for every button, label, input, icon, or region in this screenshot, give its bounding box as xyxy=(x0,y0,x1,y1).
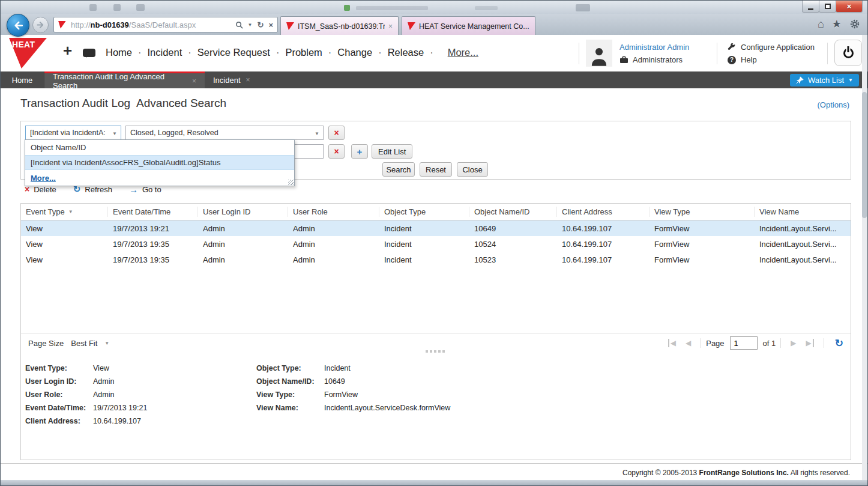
browser-forward-button[interactable] xyxy=(32,17,49,33)
briefcase-icon xyxy=(619,56,628,64)
column-header-client-address[interactable]: Client Address xyxy=(557,207,649,217)
page-size-select[interactable]: Best Fit xyxy=(71,339,97,348)
column-header-object-name-id[interactable]: Object Name/ID xyxy=(469,207,557,217)
cell-client-address: 10.64.199.107 xyxy=(557,224,649,233)
tab-close-icon[interactable]: × xyxy=(388,22,393,31)
configure-application-link[interactable]: Configure Application xyxy=(728,43,815,52)
logout-button[interactable] xyxy=(834,40,862,66)
column-header-event-type[interactable]: Event Type▼ xyxy=(21,207,108,217)
criteria-value-select[interactable]: Closed, Logged, Resolved ▼ xyxy=(125,126,324,140)
table-row[interactable]: View 19/7/2013 19:35 Admin Admin Inciden… xyxy=(21,236,851,252)
page-count-label: of 1 xyxy=(763,339,776,348)
table-row[interactable]: View 19/7/2013 19:35 Admin Admin Inciden… xyxy=(21,252,851,267)
company-name: FrontRange Solutions Inc. xyxy=(699,469,789,477)
refresh-page-icon[interactable]: ↻ xyxy=(258,20,264,29)
options-link[interactable]: (Options) xyxy=(818,100,849,109)
stop-page-icon[interactable]: × xyxy=(268,20,273,29)
user-avatar[interactable] xyxy=(586,40,612,67)
detail-label: User Login ID: xyxy=(25,377,93,386)
browser-tabs: ITSM_SaaS-nb-d01639:Tran... × HEAT Servi… xyxy=(280,16,535,35)
workspace-tab-bar: Home Transaction Audit Log Advanced Sear… xyxy=(1,71,867,88)
column-header-user-login-id[interactable]: User Login ID xyxy=(198,207,288,217)
previous-page-icon[interactable]: ◀ xyxy=(686,339,691,347)
tab-close-icon[interactable]: × xyxy=(246,76,250,84)
table-row[interactable]: View 19/7/2013 19:21 Admin Admin Inciden… xyxy=(21,220,851,236)
nav-item-more[interactable]: More... xyxy=(448,47,478,58)
pager-controls: ◀ ◀ Page of 1 ▶ ▶ ↻ xyxy=(663,336,843,350)
browser-tab-itsm[interactable]: ITSM_SaaS-nb-d01639:Tran... × xyxy=(280,16,399,35)
chat-bubble-icon[interactable] xyxy=(83,49,95,57)
home-icon[interactable]: ⌂ xyxy=(818,18,824,31)
dropdown-resize-grip[interactable] xyxy=(288,180,294,185)
taskbar-ghost-icon xyxy=(89,4,97,11)
nav-item-release[interactable]: Release xyxy=(388,47,424,58)
first-page-icon[interactable]: ◀ xyxy=(668,339,676,347)
refresh-grid-icon[interactable]: ↻ xyxy=(835,337,843,350)
close-button[interactable]: Close xyxy=(457,162,488,177)
column-header-user-role[interactable]: User Role xyxy=(288,207,379,217)
url-text[interactable]: http://nb-d01639/SaaS/Default.aspx xyxy=(71,20,235,29)
search-button[interactable]: Search xyxy=(382,162,415,177)
add-criteria-button[interactable]: + xyxy=(351,144,368,159)
workspace-tab-incident[interactable]: Incident × xyxy=(205,71,259,88)
user-name-link[interactable]: Administrator Admin xyxy=(619,43,689,52)
header-divider xyxy=(717,43,717,64)
criteria-field-select[interactable]: [Incident via IncidentA: ▼ xyxy=(25,126,121,140)
window-close-button[interactable]: × xyxy=(836,1,863,13)
taskbar-ghost-text xyxy=(356,6,428,10)
chevron-down-icon: ▼ xyxy=(112,131,117,136)
detail-label: Client Address: xyxy=(25,417,93,425)
nav-item-service-request[interactable]: Service Request xyxy=(197,47,270,58)
column-header-view-type[interactable]: View Type xyxy=(649,207,755,217)
nav-item-incident[interactable]: Incident xyxy=(148,47,182,58)
cell-client-address: 10.64.199.107 xyxy=(557,255,649,264)
cell-user-login-id: Admin xyxy=(198,255,288,264)
settings-gear-icon[interactable] xyxy=(849,19,860,29)
tab-close-icon[interactable]: × xyxy=(192,77,196,85)
window-minimize-button[interactable] xyxy=(802,1,819,13)
new-record-plus-icon[interactable]: + xyxy=(63,41,72,60)
page-number-input[interactable] xyxy=(730,336,758,350)
pager-divider xyxy=(701,338,701,348)
column-header-object-type[interactable]: Object Type xyxy=(379,207,469,217)
address-bar[interactable]: http://nb-d01639/SaaS/Default.aspx ▼ ↻ × xyxy=(53,17,278,32)
browser-back-button[interactable] xyxy=(7,14,29,37)
last-page-icon[interactable]: ▶ xyxy=(806,339,814,347)
edit-list-button[interactable]: Edit List xyxy=(372,144,412,159)
cell-object-type: Incident xyxy=(379,255,469,264)
vertical-scrollbar[interactable] xyxy=(862,35,867,480)
remove-criteria-button[interactable]: × xyxy=(328,144,345,159)
workspace-tab-transaction-audit-log[interactable]: Transaction Audit Log Advanced Search × xyxy=(44,71,205,88)
cell-user-role: Admin xyxy=(288,224,379,233)
taskbar-ghost-icon xyxy=(344,5,350,11)
help-link[interactable]: ? Help xyxy=(728,55,757,64)
chevron-down-icon[interactable]: ▼ xyxy=(104,341,109,346)
dropdown-more-link[interactable]: More... xyxy=(25,170,294,186)
column-header-view-name[interactable]: View Name xyxy=(755,207,851,217)
nav-item-home[interactable]: Home xyxy=(106,47,132,58)
column-header-event-date-time[interactable]: Event Date/Time xyxy=(108,207,198,217)
cell-view-type: FormView xyxy=(649,240,755,249)
nav-item-problem[interactable]: Problem xyxy=(285,47,322,58)
nav-separator-dot: · xyxy=(138,47,142,58)
cell-event-date-time: 19/7/2013 19:35 xyxy=(108,255,198,264)
dropdown-option-object-name-id[interactable]: Object Name/ID xyxy=(25,140,294,155)
remove-criteria-button[interactable]: × xyxy=(328,126,345,140)
reset-button[interactable]: Reset xyxy=(420,162,452,177)
user-role: Administrators xyxy=(619,55,683,64)
detail-value: 10649 xyxy=(324,377,345,386)
workspace-tab-home[interactable]: Home xyxy=(1,71,44,88)
browser-tab-heat[interactable]: HEAT Service Management Co... xyxy=(402,16,535,35)
dropdown-option-incident-status[interactable]: [Incident via IncidentAssocFRS_GlobalAud… xyxy=(25,155,294,170)
nav-item-change[interactable]: Change xyxy=(337,47,372,58)
next-page-icon[interactable]: ▶ xyxy=(791,339,796,347)
cell-view-name: IncidentLayout.Servi... xyxy=(755,240,851,249)
user-role-label: Administrators xyxy=(633,55,683,64)
address-dropdown-icon[interactable]: ▼ xyxy=(248,22,253,28)
window-maximize-button[interactable] xyxy=(819,1,836,13)
search-icon[interactable] xyxy=(235,21,243,29)
watch-list-button[interactable]: Watch List ▼ xyxy=(790,74,859,87)
scrollbar-thumb[interactable] xyxy=(862,92,867,218)
detail-label: User Role: xyxy=(25,390,93,399)
favorites-star-icon[interactable]: ★ xyxy=(832,17,842,31)
